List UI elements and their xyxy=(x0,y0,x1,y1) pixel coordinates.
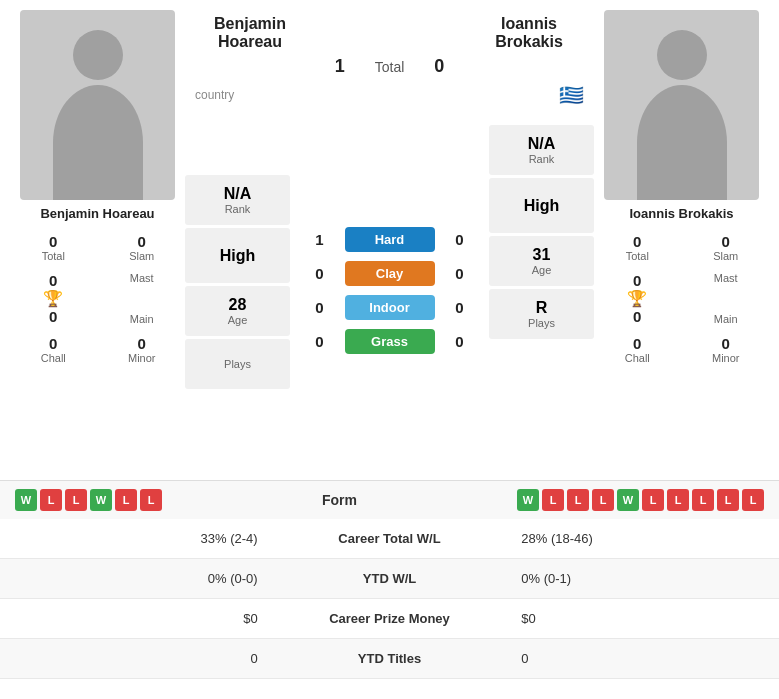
player2-slam-label: Slam xyxy=(685,250,768,262)
form-badge-l: L xyxy=(742,489,764,511)
grass-row: 0 Grass 0 xyxy=(294,329,485,354)
player2-stats: 0 Total 0 Slam 0 🏆 0 Mast Main 0 xyxy=(594,229,769,368)
player1-mast-cell: 0 🏆 0 xyxy=(10,268,97,329)
form-badge-l: L xyxy=(667,489,689,511)
p1-career-wl: 33% (2-4) xyxy=(0,519,273,559)
hard-row: 1 Hard 0 xyxy=(294,227,485,252)
hard-badge: Hard xyxy=(345,227,435,252)
p1-hard: 1 xyxy=(310,231,330,248)
p2-ytd-wl: 0% (0-1) xyxy=(506,559,779,599)
form-badge-l: L xyxy=(65,489,87,511)
flag-row: country 🇬🇷 xyxy=(185,83,594,107)
player2-chall-label: Chall xyxy=(596,352,679,364)
player2-total-value: 0 xyxy=(596,233,679,250)
player2-minor-label: Minor xyxy=(685,352,768,364)
player1-minor-label: Minor xyxy=(101,352,184,364)
player2-minor-value: 0 xyxy=(685,335,768,352)
player2-mast-value: 0 xyxy=(633,272,641,289)
form-badge-l: L xyxy=(40,489,62,511)
p1-peak-box: High xyxy=(185,228,290,283)
form-badge-l: L xyxy=(717,489,739,511)
prize-label: Career Prize Money xyxy=(273,599,507,639)
p2-rank-lbl: Rank xyxy=(494,153,589,165)
p2-age-lbl: Age xyxy=(494,264,589,276)
player2-main-label: Main xyxy=(685,313,768,325)
indoor-row: 0 Indoor 0 xyxy=(294,295,485,320)
player1-total-cell: 0 Total xyxy=(10,229,97,266)
p1-form-badges: WLLWLL xyxy=(15,489,162,511)
p1-age-val: 28 xyxy=(190,296,285,314)
clay-badge: Clay xyxy=(345,261,435,286)
stats-table: 33% (2-4) Career Total W/L 28% (18-46) 0… xyxy=(0,519,779,679)
player2-photo xyxy=(604,10,759,200)
form-badge-w: W xyxy=(90,489,112,511)
player1-main-value: 0 xyxy=(49,308,57,325)
clay-row: 0 Clay 0 xyxy=(294,261,485,286)
p2-peak-box: High xyxy=(489,178,594,233)
right-stat-panel: N/A Rank High 31 Age R Plays xyxy=(489,115,594,470)
player1-card: Benjamin Hoareau 0 Total 0 Slam 0 🏆 0 Ma… xyxy=(10,10,185,470)
player2-mast-label-cell: Mast Main xyxy=(683,268,770,329)
player1-minor-value: 0 xyxy=(101,335,184,352)
total-label: Total xyxy=(375,59,405,75)
player1-chall-label: Chall xyxy=(12,352,95,364)
player1-slam-cell: 0 Slam xyxy=(99,229,186,266)
p1-rank-box: N/A Rank xyxy=(185,175,290,225)
p2-form-badges: WLLLWLLLLL xyxy=(517,489,764,511)
three-col: N/A Rank High 28 Age Plays xyxy=(185,115,594,470)
surfaces-col: 1 Hard 0 0 Clay 0 0 Indoor 0 xyxy=(294,115,485,470)
p2-prize: $0 xyxy=(506,599,779,639)
player2-card: Ioannis Brokakis 0 Total 0 Slam 0 🏆 0 Ma… xyxy=(594,10,769,470)
player1-minor-cell: 0 Minor xyxy=(99,331,186,368)
p2-total-score: 0 xyxy=(424,56,454,77)
p1-age-lbl: Age xyxy=(190,314,285,326)
ytd-wl-row: 0% (0-0) YTD W/L 0% (0-1) xyxy=(0,559,779,599)
p1-age-box: 28 Age xyxy=(185,286,290,336)
p1-prize: $0 xyxy=(0,599,273,639)
player2-mast-label: Mast xyxy=(685,272,768,284)
player1-total-value: 0 xyxy=(12,233,95,250)
p2-header-name: Ioannis Brokakis xyxy=(464,15,594,51)
header-names: Benjamin Hoareau Ioannis Brokakis xyxy=(185,10,594,56)
form-badge-l: L xyxy=(567,489,589,511)
form-badge-l: L xyxy=(592,489,614,511)
form-badge-l: L xyxy=(542,489,564,511)
p1-peak-val: High xyxy=(220,247,256,265)
titles-label: YTD Titles xyxy=(273,639,507,679)
player1-photo xyxy=(20,10,175,200)
p2-rank-val: N/A xyxy=(494,135,589,153)
p2-plays-lbl: Plays xyxy=(528,317,555,329)
main-container: Benjamin Hoareau 0 Total 0 Slam 0 🏆 0 Ma… xyxy=(0,0,779,679)
p1-grass: 0 xyxy=(310,333,330,350)
p1-rank-lbl: Rank xyxy=(190,203,285,215)
player2-total-cell: 0 Total xyxy=(594,229,681,266)
p1-indoor: 0 xyxy=(310,299,330,316)
p2-plays-val: R xyxy=(536,299,548,317)
form-badge-l: L xyxy=(115,489,137,511)
form-badge-l: L xyxy=(140,489,162,511)
p1-plays-box: Plays xyxy=(185,339,290,389)
p2-flag: 🇬🇷 xyxy=(559,83,584,107)
player1-main-label: Main xyxy=(101,313,184,325)
indoor-badge: Indoor xyxy=(345,295,435,320)
player2-mast-cell: 0 🏆 0 xyxy=(594,268,681,329)
player2-main-value: 0 xyxy=(633,308,641,325)
form-badge-l: L xyxy=(692,489,714,511)
form-label: Form xyxy=(322,492,357,508)
player1-mast-label: Mast xyxy=(101,272,184,284)
form-badge-w: W xyxy=(15,489,37,511)
form-badge-w: W xyxy=(517,489,539,511)
p1-total-score: 1 xyxy=(325,56,355,77)
p1-country: country xyxy=(195,88,234,102)
career-wl-label: Career Total W/L xyxy=(273,519,507,559)
left-stat-panel: N/A Rank High 28 Age Plays xyxy=(185,115,290,470)
form-badge-w: W xyxy=(617,489,639,511)
player1-chall-cell: 0 Chall xyxy=(10,331,97,368)
grass-badge: Grass xyxy=(345,329,435,354)
p1-rank-val: N/A xyxy=(190,185,285,203)
player1-slam-label: Slam xyxy=(101,250,184,262)
player2-minor-cell: 0 Minor xyxy=(683,331,770,368)
player1-mast-label-cell: Mast Main xyxy=(99,268,186,329)
p1-header-name: Benjamin Hoareau xyxy=(185,15,315,51)
player1-slam-value: 0 xyxy=(101,233,184,250)
